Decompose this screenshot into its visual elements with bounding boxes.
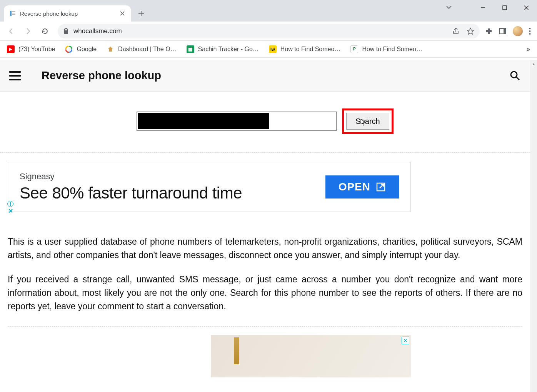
- svg-point-8: [529, 28, 531, 29]
- browser-toolbar: whocallsme.com: [0, 22, 537, 41]
- bookmark-google[interactable]: Google: [65, 45, 97, 53]
- back-button[interactable]: [4, 24, 18, 38]
- bookmark-sachin-tracker[interactable]: ▦ Sachin Tracker - Go…: [187, 45, 259, 53]
- dashboard-icon: [107, 45, 114, 53]
- site-title: Reverse phone lookup: [42, 69, 161, 82]
- svg-point-9: [529, 30, 531, 32]
- bookmark-dashboard[interactable]: Dashboard | The O…: [107, 45, 177, 53]
- tab-favicon-icon: [9, 10, 16, 17]
- tab-close-icon[interactable]: [119, 10, 125, 17]
- tab-title: Reverse phone lookup: [20, 10, 115, 17]
- scroll-up-icon[interactable]: ▴: [530, 60, 537, 67]
- reload-button[interactable]: [38, 24, 52, 38]
- extensions-icon[interactable]: [485, 27, 493, 35]
- window-maximize-button[interactable]: [494, 0, 515, 15]
- forward-button[interactable]: [21, 24, 35, 38]
- paragraph-2: If you received a strange call, unwanted…: [8, 273, 522, 313]
- address-bar[interactable]: whocallsme.com: [58, 24, 480, 38]
- window-close-button[interactable]: [515, 0, 537, 15]
- bookmark-label: How to Find Someo…: [362, 46, 422, 53]
- vertical-scrollbar[interactable]: ▴: [530, 60, 537, 392]
- faucet-graphic: [234, 337, 239, 364]
- bookmark-youtube[interactable]: ▶ (73) YouTube: [7, 45, 55, 53]
- ad2-close-icon[interactable]: ✕: [402, 337, 409, 344]
- profile-avatar[interactable]: [513, 26, 523, 36]
- ad-brand: Signeasy: [20, 172, 242, 182]
- search-area: Search: [0, 92, 530, 153]
- bookmark-label: Dashboard | The O…: [118, 46, 177, 53]
- ad-banner-1: i ✕ Signeasy See 80% faster turnaround t…: [8, 162, 411, 212]
- site-search-icon[interactable]: [509, 70, 521, 82]
- sidepanel-icon[interactable]: [499, 27, 507, 35]
- ad-open-label: OPEN: [339, 181, 370, 193]
- svg-rect-5: [64, 30, 68, 34]
- search-button[interactable]: Search: [346, 113, 389, 130]
- url-text: whocallsme.com: [73, 27, 122, 35]
- new-tab-button[interactable]: [135, 7, 148, 20]
- lock-icon: [63, 28, 69, 34]
- paragraph-1: This is a user supplied database of phon…: [8, 235, 522, 262]
- bookmark-label: Google: [77, 46, 97, 53]
- bookmark-label: Sachin Tracker - Go…: [198, 46, 259, 53]
- bookmarks-overflow-icon[interactable]: »: [527, 46, 530, 53]
- window-titlebar: Reverse phone lookup: [0, 0, 537, 22]
- svg-rect-3: [12, 14, 15, 15]
- svg-rect-4: [503, 6, 507, 10]
- svg-rect-0: [10, 11, 12, 16]
- ad-info-icon[interactable]: i: [7, 201, 13, 207]
- description-text: This is a user supplied database of phon…: [0, 212, 530, 313]
- bookmarks-bar: ▶ (73) YouTube Google Dashboard | The O……: [0, 41, 537, 58]
- ad-headline: See 80% faster turnaround time: [20, 184, 242, 202]
- svg-rect-1: [12, 11, 15, 12]
- ad-open-button[interactable]: OPEN: [325, 175, 399, 199]
- sheets-icon: ▦: [187, 45, 194, 53]
- svg-point-10: [529, 33, 531, 35]
- bookmark-star-icon[interactable]: [467, 27, 474, 35]
- tab-search-icon[interactable]: [445, 4, 452, 11]
- svg-rect-7: [504, 28, 506, 34]
- bookmark-label: How to Find Someo…: [280, 46, 341, 53]
- svg-rect-2: [12, 13, 15, 13]
- window-minimize-button[interactable]: [472, 0, 494, 15]
- google-icon: [65, 45, 73, 53]
- ad-close-icon[interactable]: ✕: [7, 208, 13, 214]
- pa-icon: P: [350, 45, 358, 53]
- hamburger-menu-icon[interactable]: [9, 71, 21, 80]
- redacted-input-value: [138, 113, 269, 129]
- youtube-icon: ▶: [7, 45, 15, 53]
- browser-tab[interactable]: Reverse phone lookup: [4, 5, 131, 22]
- search-button-label: Search: [355, 117, 380, 125]
- bookmark-howtofind-1[interactable]: lw How to Find Someo…: [269, 45, 341, 53]
- phone-number-input[interactable]: [137, 112, 337, 131]
- page-content: Reverse phone lookup Search i ✕: [0, 60, 530, 392]
- adchoices-controls: i ✕: [7, 201, 13, 214]
- ad-image: [211, 335, 411, 377]
- search-button-highlight: Search: [342, 108, 394, 134]
- ad-banner-2[interactable]: ✕: [8, 335, 411, 377]
- site-header: Reverse phone lookup: [0, 60, 530, 92]
- chrome-menu-icon[interactable]: [529, 27, 531, 35]
- share-icon[interactable]: [452, 27, 460, 35]
- svg-point-15: [511, 72, 517, 78]
- section-divider: [8, 326, 522, 327]
- lw-icon: lw: [269, 45, 277, 53]
- window-controls: [472, 0, 537, 15]
- bookmark-label: (73) YouTube: [18, 46, 55, 53]
- external-link-icon: [376, 182, 386, 192]
- bookmark-howtofind-2[interactable]: P How to Find Someo…: [350, 45, 422, 53]
